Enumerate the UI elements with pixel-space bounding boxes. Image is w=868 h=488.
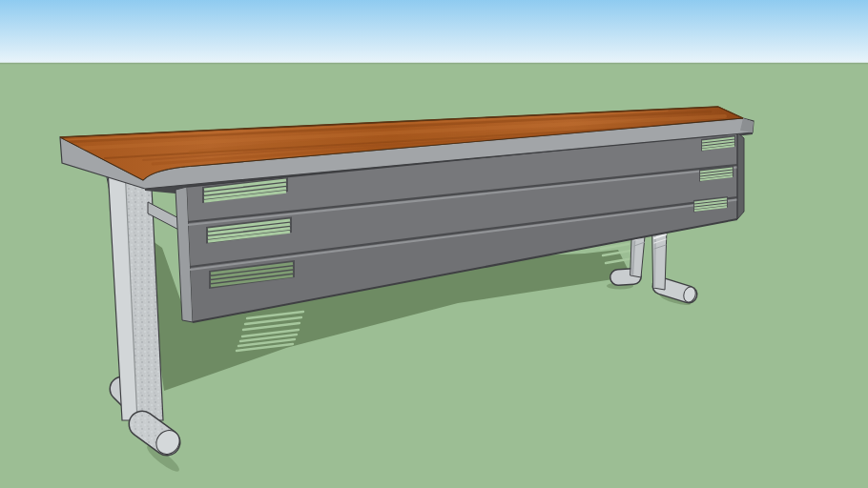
render-canvas[interactable] [0, 0, 868, 488]
panel-right-end-face [737, 132, 744, 219]
rear-foot-cylinder [618, 276, 633, 277]
model-viewport[interactable] [0, 0, 868, 488]
sky [0, 0, 868, 64]
